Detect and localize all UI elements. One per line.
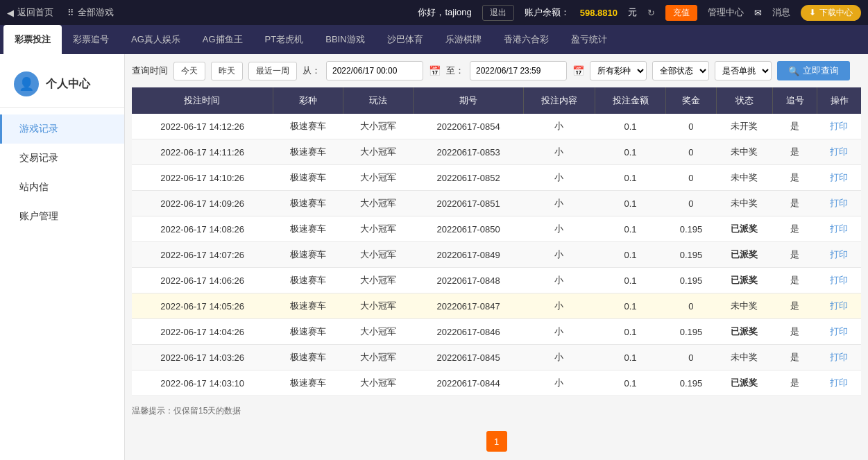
cell-amount: 0.1 — [595, 293, 666, 319]
tab-chess[interactable]: 乐游棋牌 — [434, 25, 493, 54]
cell-period: 20220617-0844 — [413, 370, 523, 396]
recharge-button[interactable]: 充值 — [665, 5, 697, 21]
status-select[interactable]: 全部状态 — [652, 61, 709, 80]
cell-prize: 0.195 — [666, 216, 716, 242]
print-link[interactable]: 打印 — [830, 300, 848, 311]
tab-ag-fish[interactable]: AG捕鱼王 — [192, 25, 254, 54]
download-button[interactable]: ⬇ 下载中心 — [801, 5, 861, 21]
print-link[interactable]: 打印 — [830, 172, 848, 182]
cell-period: 20220617-0852 — [413, 165, 523, 191]
cell-action[interactable]: 打印 — [817, 139, 861, 165]
tab-lottery-chase[interactable]: 彩票追号 — [62, 25, 120, 54]
tab-pt-slots[interactable]: PT老虎机 — [254, 25, 315, 54]
cell-amount: 0.1 — [595, 370, 666, 396]
col-period: 期号 — [413, 87, 523, 114]
cell-action[interactable]: 打印 — [817, 165, 861, 191]
cell-action[interactable]: 打印 — [817, 293, 861, 319]
table-row: 2022-06-17 14:06:26 极速赛车 大小冠军 20220617-0… — [132, 268, 861, 293]
cell-lottery: 极速赛车 — [273, 319, 343, 345]
search-button[interactable]: 🔍 立即查询 — [777, 61, 850, 80]
to-calendar-icon[interactable]: 📅 — [572, 65, 584, 76]
print-link[interactable]: 打印 — [830, 352, 848, 362]
sidebar-item-internal-messages[interactable]: 站内信 — [0, 173, 124, 202]
print-link[interactable]: 打印 — [830, 121, 848, 131]
cell-time: 2022-06-17 14:10:26 — [132, 165, 273, 191]
today-button[interactable]: 今天 — [173, 62, 205, 80]
cell-prize: 0 — [666, 293, 716, 319]
lottery-type-select[interactable]: 所有彩种 — [590, 61, 647, 80]
from-date-input[interactable] — [326, 61, 423, 80]
cell-chase: 是 — [773, 242, 817, 268]
cell-lottery: 极速赛车 — [273, 345, 343, 370]
topbar: ◀ 返回首页 ⠿ 全部游戏 你好，tajiong 退出 账户余额： 598.88… — [0, 0, 868, 25]
cell-lottery: 极速赛车 — [273, 216, 343, 242]
to-date-input[interactable] — [470, 61, 567, 80]
tab-saba-sports[interactable]: 沙巴体育 — [376, 25, 434, 54]
cell-action[interactable]: 打印 — [817, 216, 861, 242]
cell-status: 未中奖 — [716, 293, 773, 319]
management-link[interactable]: 管理中心 — [708, 6, 744, 19]
logout-button[interactable]: 退出 — [482, 5, 514, 21]
table-row: 2022-06-17 14:12:26 极速赛车 大小冠军 20220617-0… — [132, 114, 861, 139]
refresh-icon[interactable]: ↻ — [647, 8, 655, 18]
cell-play: 大小冠军 — [343, 216, 413, 242]
cell-action[interactable]: 打印 — [817, 370, 861, 396]
col-content: 投注内容 — [524, 87, 595, 114]
cell-play: 大小冠军 — [343, 293, 413, 319]
col-play: 玩法 — [343, 87, 413, 114]
cell-prize: 0 — [666, 345, 716, 370]
cell-action[interactable]: 打印 — [817, 345, 861, 370]
print-link[interactable]: 打印 — [830, 198, 848, 208]
cell-time: 2022-06-17 14:09:26 — [132, 191, 273, 216]
cell-chase: 是 — [773, 293, 817, 319]
from-calendar-icon[interactable]: 📅 — [429, 65, 441, 76]
filter-bar: 查询时间 今天 昨天 最近一周 从： 📅 至： 📅 所有彩种 全部状态 是否单挑… — [132, 61, 861, 80]
cell-play: 大小冠军 — [343, 345, 413, 370]
balance-amount: 598.8810 — [580, 8, 618, 18]
print-link[interactable]: 打印 — [830, 377, 848, 388]
download-icon: ⬇ — [809, 8, 816, 17]
cell-action[interactable]: 打印 — [817, 319, 861, 345]
cell-action[interactable]: 打印 — [817, 268, 861, 293]
cell-status: 未中奖 — [716, 139, 773, 165]
cell-action[interactable]: 打印 — [817, 191, 861, 216]
col-chase: 追号 — [773, 87, 817, 114]
cell-chase: 是 — [773, 268, 817, 293]
cell-action[interactable]: 打印 — [817, 114, 861, 139]
cell-status: 未中奖 — [716, 345, 773, 370]
tab-ag-live[interactable]: AG真人娱乐 — [120, 25, 192, 54]
cell-lottery: 极速赛车 — [273, 268, 343, 293]
last-week-button[interactable]: 最近一周 — [248, 62, 297, 80]
tab-lottery-bet[interactable]: 彩票投注 — [3, 25, 62, 54]
print-link[interactable]: 打印 — [830, 146, 848, 157]
print-link[interactable]: 打印 — [830, 275, 848, 285]
cell-period: 20220617-0847 — [413, 293, 523, 319]
print-link[interactable]: 打印 — [830, 326, 848, 337]
tab-hk-lottery[interactable]: 香港六合彩 — [493, 25, 560, 54]
back-home-link[interactable]: ◀ 返回首页 — [7, 6, 53, 19]
search-icon: 🔍 — [788, 66, 799, 76]
sidebar-item-transaction-records[interactable]: 交易记录 — [0, 144, 124, 173]
cell-play: 大小冠军 — [343, 191, 413, 216]
page-1-button[interactable]: 1 — [486, 431, 507, 452]
cell-prize: 0 — [666, 114, 716, 139]
tab-profit-stats[interactable]: 盈亏统计 — [560, 25, 618, 54]
cell-content: 小 — [524, 242, 595, 268]
print-link[interactable]: 打印 — [830, 249, 848, 259]
sidebar-item-account-management[interactable]: 账户管理 — [0, 202, 124, 231]
download-label: 下载中心 — [819, 7, 853, 19]
print-link[interactable]: 打印 — [830, 223, 848, 234]
cell-content: 小 — [524, 293, 595, 319]
greeting-text: 你好，tajiong — [418, 6, 471, 19]
sidebar-item-game-records[interactable]: 游戏记录 — [0, 114, 124, 144]
table-row: 2022-06-17 14:04:26 极速赛车 大小冠军 20220617-0… — [132, 319, 861, 345]
cell-action[interactable]: 打印 — [817, 242, 861, 268]
cell-amount: 0.1 — [595, 345, 666, 370]
tab-bbin[interactable]: BBIN游戏 — [314, 25, 375, 54]
all-games-link[interactable]: ⠿ 全部游戏 — [67, 6, 114, 19]
cell-play: 大小冠军 — [343, 319, 413, 345]
cell-prize: 0.195 — [666, 319, 716, 345]
chase-select[interactable]: 是否单挑 — [715, 61, 772, 80]
yesterday-button[interactable]: 昨天 — [211, 62, 243, 80]
message-icon[interactable]: ✉ — [754, 8, 762, 18]
